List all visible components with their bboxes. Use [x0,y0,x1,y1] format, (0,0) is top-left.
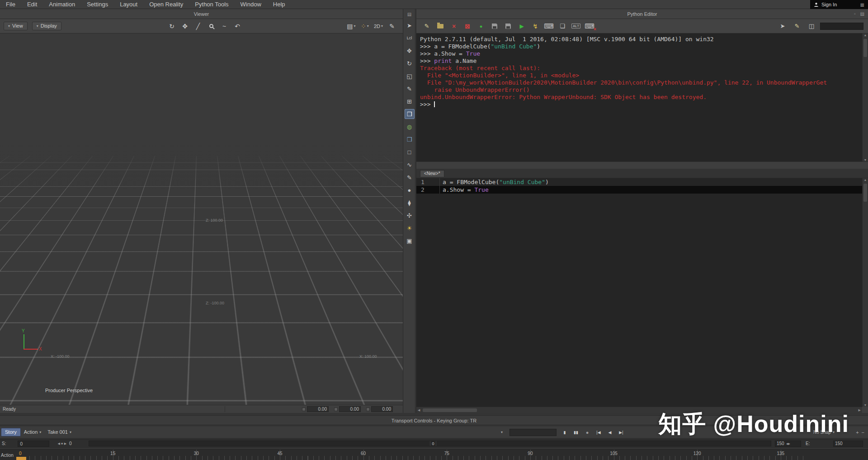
next-frame-button[interactable]: ▶| [617,429,625,436]
zoom-line-tool-icon[interactable]: ╱ [193,22,203,31]
scroll-up-icon[interactable]: ▲ [864,178,867,181]
prev-frame-button[interactable]: ◀ [606,429,614,436]
cube-tool-icon[interactable]: ❒ [405,134,415,144]
timeline-spinner[interactable]: ◀ ● ▶ [57,441,66,446]
camera-frame-tool-icon[interactable]: ▣ [405,236,415,246]
snap-ruler-icon[interactable]: ▤▾ [347,22,356,31]
sign-in-area[interactable]: Sign In ▦ [810,0,868,9]
transform-value[interactable]: 0.00 [339,406,361,412]
timeline-slider-track[interactable]: 0 [89,441,771,446]
menu-item-file[interactable]: File [0,0,21,9]
stop-button[interactable]: ▮ [561,429,569,436]
play-pause-button[interactable]: ▮▮ [572,429,580,436]
light-tool-icon[interactable]: ☀ [405,223,415,233]
save-button[interactable] [489,21,500,31]
primitive-tool-icon[interactable]: ◍ [405,122,415,132]
script-tab-new[interactable]: <New>* [420,170,444,177]
code-line[interactable]: 1a = FBModelCube("unBind Cube") [416,178,862,186]
menu-item-open-reality[interactable]: Open Reality [143,0,189,9]
scroll-down-icon[interactable]: ▼ [864,158,867,161]
marker-dots-icon[interactable]: ⁘▾ [360,22,369,31]
transform-value[interactable]: 0.00 [307,406,329,412]
translate-tool-icon[interactable]: ✥ [405,46,415,56]
transport-display-field[interactable] [509,429,557,436]
transform-value[interactable]: 0.00 [371,406,393,412]
python-console[interactable]: Python 2.7.11 (default, Jul 1 2016, 02:0… [416,33,862,161]
current-frame-marker[interactable] [16,457,26,460]
character-tool-icon[interactable]: ✣ [405,210,415,220]
menu-item-animation[interactable]: Animation [43,0,81,9]
scroll-up-icon[interactable]: ▲ [864,33,867,37]
alt-keys-button[interactable]: ALT [570,21,582,31]
close-script-button[interactable]: × [448,21,460,31]
select-tool-icon[interactable]: ➤ [405,20,415,30]
curve-create-icon[interactable]: ∿ [405,160,415,170]
menu-item-window[interactable]: Window [235,0,267,9]
stepper-icons[interactable]: ◀▶ [786,442,790,445]
arc-tool-icon[interactable]: ↶ [233,22,242,31]
curve-tool-icon[interactable]: ~ [220,22,229,31]
end-frame-field[interactable]: 150 [833,441,863,447]
scroll-thumb[interactable] [863,39,867,57]
new-script-button[interactable]: ✎ [421,21,433,31]
code-line[interactable]: 2a.Show = True [416,186,862,194]
apps-grid-icon[interactable]: ▦ [860,2,864,7]
code-editor[interactable]: 1a = FBModelCube("unBind Cube")2a.Show =… [416,178,862,407]
open-script-button[interactable] [434,21,446,31]
zoom-out-button[interactable]: − [862,430,864,435]
driven-keys-icon[interactable]: ✎ [405,84,415,94]
run-selection-button[interactable]: ↯ [529,21,541,31]
draw-tool-icon[interactable]: ✎ [387,22,396,31]
frame-tool-icon[interactable]: ⊞ [405,96,415,106]
scroll-left-icon[interactable]: ◀ [418,408,420,412]
keyboard-shortcuts-button[interactable]: ⌨ [543,21,555,31]
layout-toggle-button[interactable]: ◫ [806,21,817,31]
record-button[interactable]: ● [583,429,591,436]
pen-tool-icon[interactable]: ✎ [405,172,415,182]
viewport-3d[interactable]: Z: 100.00Z: -100.00X: -100.00X: 100.00 Y… [0,33,403,405]
display-menu-button[interactable]: ▾ Display [32,22,61,30]
keys-disable-button[interactable]: ⌨ [584,21,595,31]
magnify-tool-icon[interactable] [207,22,216,31]
spin-left-icon[interactable]: ◀ [57,442,60,446]
mode-2d-button[interactable]: 2D▾ [374,22,383,31]
rotate-tool-icon[interactable]: ↻ [405,58,415,68]
sphere-tool-icon[interactable]: ● [405,185,415,195]
console-scrollbar[interactable]: ▲ ▼ [862,33,868,161]
orbit-tool-icon[interactable]: ↻ [167,22,176,31]
view-menu-button[interactable]: ▾ View [4,22,28,30]
pointer-mode-button[interactable]: ➤ [777,21,788,31]
record-output-button[interactable]: ● [475,21,487,31]
panel-menu-icon[interactable]: ▤ [860,9,864,19]
spin-right-icon[interactable]: ▶ [64,442,66,446]
console-editor-splitter[interactable] [416,161,868,169]
timeline-ruler[interactable]: Action 0 153045607590105120135 [0,449,868,460]
panel-pin-icon[interactable]: ▫ [854,9,856,19]
range-end-field[interactable]: 150 ◀▶ [775,441,801,447]
scroll-down-icon[interactable]: ▼ [864,403,867,407]
pan-tool-icon[interactable]: ✥ [180,22,189,31]
strip-menu-icon[interactable]: ▤ [407,9,411,19]
zoom-in-button[interactable]: + [856,430,859,435]
save-all-button[interactable] [502,21,514,31]
bone-tool-icon[interactable]: ⧫ [405,198,415,208]
window-mode-button[interactable]: ❏ [557,21,568,31]
scale-tool-icon[interactable]: ◱ [405,71,415,81]
close-all-button[interactable]: ⊠ [462,21,473,31]
timeline-playhead[interactable]: 0 [430,441,436,446]
code-scrollbar[interactable]: ▲ ▼ [862,178,868,407]
menu-item-layout[interactable]: Layout [114,0,143,9]
goto-start-button[interactable]: |◀ [594,429,603,436]
menu-item-edit[interactable]: Edit [21,0,43,9]
spin-dot-icon[interactable]: ● [61,441,63,446]
take-dropdown[interactable]: Take 001 ▾ [44,428,75,436]
local-axis-toggle[interactable]: Lcl [405,33,415,43]
transport-options-dropdown[interactable]: ▾ [501,430,503,434]
menu-item-help[interactable]: Help [267,0,291,9]
menu-item-python-tools[interactable]: Python Tools [189,0,234,9]
action-dropdown[interactable]: Action ▾ [21,428,45,436]
story-button[interactable]: Story [1,428,21,436]
menu-item-settings[interactable]: Settings [81,0,114,9]
scroll-right-icon[interactable]: ▶ [859,408,861,412]
scroll-thumb[interactable] [423,408,477,412]
